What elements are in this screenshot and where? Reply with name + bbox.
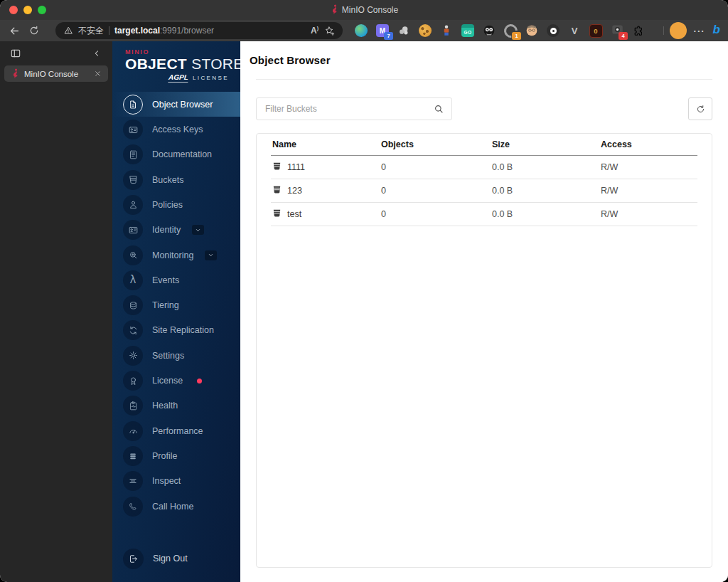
disc-extension-icon[interactable] <box>545 23 561 38</box>
column-header-access[interactable]: Access <box>599 134 697 156</box>
profile-avatar[interactable] <box>670 22 687 39</box>
bucket-name[interactable]: test <box>287 209 301 219</box>
minio-logo: MINIO OBJECT STORE AGPL LICENSE <box>112 41 240 88</box>
sign-out-button[interactable]: Sign Out <box>112 541 240 576</box>
sidebar-nav: Object Browser Access Keys Documentation… <box>112 88 240 541</box>
access-keys-icon <box>123 120 143 139</box>
vertical-tabs-header <box>0 41 112 64</box>
sidebar-item-object-browser[interactable]: Object Browser <box>112 92 240 117</box>
toolbar-overflow-menu[interactable]: ··· <box>692 26 707 36</box>
close-tab-icon[interactable] <box>94 70 102 78</box>
sidebar-item-tiering[interactable]: Tiering <box>112 293 240 318</box>
column-header-name[interactable]: Name <box>271 134 380 156</box>
go-card-extension-icon[interactable]: GO <box>460 23 476 38</box>
bucket-size: 0.0 B <box>491 179 599 203</box>
bucket-name[interactable]: 123 <box>287 186 302 196</box>
not-secure-warning-icon[interactable] <box>63 26 73 36</box>
bucket-objects: 0 <box>380 156 491 179</box>
page-title: Object Browser <box>250 54 331 66</box>
face-extension-icon[interactable] <box>524 23 540 38</box>
sidebar-item-inspect[interactable]: Inspect <box>112 469 240 494</box>
refresh-buckets-button[interactable] <box>688 97 712 120</box>
buckets-table: Name Objects Size Access 1111 0 0.0 B R/… <box>271 134 697 226</box>
minio-brand-text: MINIO <box>125 49 232 55</box>
sidebar-item-buckets[interactable]: Buckets <box>112 167 240 192</box>
bucket-name[interactable]: 1111 <box>287 162 305 172</box>
chevron-down-icon[interactable] <box>205 250 217 260</box>
sidebar-item-label: Access Keys <box>152 125 203 134</box>
monitoring-icon <box>123 245 143 265</box>
read-aloud-icon[interactable]: A) <box>311 26 318 36</box>
sidebar-item-health[interactable]: Health <box>112 393 240 418</box>
sidebar-item-profile[interactable]: Profile <box>112 443 240 468</box>
table-header-row: Name Objects Size Access <box>271 134 697 156</box>
sidebar-item-label: Tiering <box>152 300 179 310</box>
sidebar-item-label: Performance <box>152 426 203 436</box>
sidebar-item-documentation[interactable]: Documentation <box>112 142 240 167</box>
puzzle-extensions-menu-icon[interactable] <box>631 23 646 38</box>
performance-icon <box>123 421 143 441</box>
bucket-size: 0.0 B <box>491 203 599 226</box>
vertical-tabs-panel: MinIO Console <box>0 41 112 582</box>
sidebar-item-access-keys[interactable]: Access Keys <box>112 117 240 142</box>
toolbar-divider <box>663 26 664 35</box>
url-text[interactable]: target.local:9991/browser <box>114 26 214 36</box>
collapse-panel-icon[interactable] <box>90 46 104 60</box>
events-icon: λ <box>123 270 143 290</box>
cookie-extension-icon[interactable] <box>417 23 433 38</box>
sidebar-item-monitoring[interactable]: Monitoring <box>112 243 240 268</box>
address-divider <box>109 26 109 35</box>
address-bar[interactable]: 不安全 target.local:9991/browser A) <box>55 22 343 39</box>
wordmark-light: STORE <box>191 55 243 72</box>
tab-title: MinIO Console <box>24 70 78 78</box>
person-extension-icon[interactable] <box>439 23 454 38</box>
v-extension-icon[interactable]: V <box>567 23 582 38</box>
sidebar-item-settings[interactable]: Settings <box>112 343 240 368</box>
back-button[interactable] <box>4 22 24 39</box>
chevron-down-icon[interactable] <box>192 225 204 235</box>
bucket-objects: 0 <box>380 179 491 203</box>
filter-buckets-field[interactable] <box>256 97 452 120</box>
column-header-objects[interactable]: Objects <box>380 134 491 156</box>
not-secure-label[interactable]: 不安全 <box>78 25 104 37</box>
table-row-bucket-test[interactable]: test 0 0.0 B R/W <box>271 203 697 226</box>
url-path[interactable]: :9991/browser <box>160 26 214 36</box>
camera-extension-icon[interactable]: 4 <box>609 23 625 38</box>
globe-extension-icon[interactable] <box>353 23 369 38</box>
column-header-size[interactable]: Size <box>491 134 599 156</box>
sidebar-item-label: Events <box>152 275 179 285</box>
sidebar-item-call-home[interactable]: Call Home <box>112 494 240 519</box>
add-favorite-icon[interactable] <box>323 25 335 36</box>
cluster-extension-icon[interactable] <box>396 23 412 38</box>
table-row-bucket-1111[interactable]: 1111 0 0.0 B R/W <box>271 156 697 179</box>
minio-flamingo-icon <box>330 4 338 16</box>
sidebar-item-label: Monitoring <box>152 250 193 260</box>
tab-panel-icon[interactable] <box>9 46 23 60</box>
main-content: Object Browser Name Objects Size <box>240 41 728 582</box>
m-extension-icon[interactable]: M 7 <box>375 23 390 38</box>
toolbar-right-cluster: ··· b <box>663 22 722 39</box>
c-ring-extension-icon[interactable]: 1 <box>503 23 518 38</box>
filter-buckets-input[interactable] <box>264 103 427 115</box>
sidebar-item-policies[interactable]: Policies <box>112 192 240 217</box>
owl-extension-icon[interactable] <box>481 23 497 38</box>
call-home-icon <box>123 497 143 517</box>
browser-tab-minio-console[interactable]: MinIO Console <box>4 65 108 82</box>
documentation-icon <box>123 144 143 164</box>
page-header: Object Browser <box>240 41 728 79</box>
sidebar-item-license[interactable]: License <box>112 368 240 393</box>
sidebar-item-events[interactable]: λ Events <box>112 268 240 292</box>
sign-out-label: Sign Out <box>153 554 188 564</box>
zero-box-extension-icon[interactable]: 0 <box>588 23 604 38</box>
reload-button[interactable] <box>24 22 44 39</box>
table-row-bucket-123[interactable]: 123 0 0.0 B R/W <box>271 179 697 203</box>
sign-out-icon <box>123 549 144 569</box>
sidebar-item-label: Call Home <box>152 502 193 512</box>
tab-flamingo-icon <box>11 68 18 80</box>
sidebar-item-site-replication[interactable]: Site Replication <box>112 318 240 343</box>
sidebar-item-identity[interactable]: Identity <box>112 218 240 243</box>
sidebar-item-performance[interactable]: Performance <box>112 418 240 443</box>
sidebar-item-label: Buckets <box>152 175 183 185</box>
url-host[interactable]: target.local <box>114 26 160 36</box>
bing-discover-icon[interactable]: b <box>712 23 722 38</box>
